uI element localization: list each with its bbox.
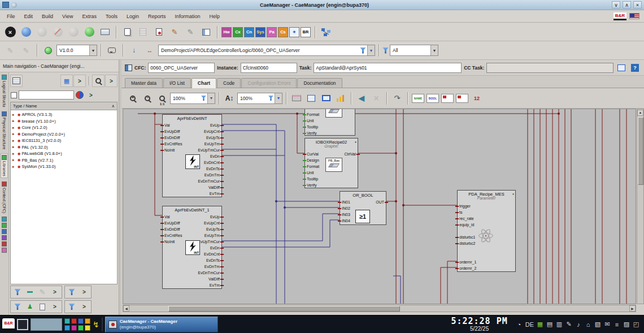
tray-icon[interactable]: ▥: [556, 321, 563, 328]
menu-item[interactable]: Help: [205, 12, 225, 21]
compare-button[interactable]: ↔: [142, 43, 157, 58]
pin-icon[interactable]: [11, 2, 17, 8]
block-pin[interactable]: [458, 228, 477, 234]
filter-checkbox[interactable]: [11, 92, 17, 98]
block-pin[interactable]: EvUpTmCur: [197, 239, 221, 245]
module-icon[interactable]: BR: [301, 27, 311, 37]
scope-select[interactable]: All ▼: [390, 45, 438, 56]
expander-icon[interactable]: ▸: [12, 165, 16, 169]
launcher-icon[interactable]: [85, 318, 90, 324]
block-pin[interactable]: EvUpTm: [197, 141, 221, 147]
block-pin[interactable]: Tooltip: [306, 124, 320, 130]
sort-ascending-icon[interactable]: ∧: [112, 103, 115, 109]
expander-icon[interactable]: ▸: [12, 152, 16, 156]
show-types-button[interactable]: BOOL: [426, 92, 440, 105]
tray-icon[interactable]: ◰: [633, 321, 639, 328]
block-pin[interactable]: Val: [163, 214, 183, 220]
start-button[interactable]: [82, 25, 97, 40]
menu-item[interactable]: View: [58, 12, 77, 21]
function-block[interactable]: IOBOXRecipe02* Graphic CurValDesignForma…: [304, 138, 358, 188]
chevron-down-icon[interactable]: ▼: [275, 93, 282, 103]
energy-icon[interactable]: ↯: [93, 320, 99, 329]
menu-item[interactable]: Edit: [20, 12, 38, 21]
close-project-button[interactable]: ×: [3, 25, 18, 40]
taskbar-window-button[interactable]: CaeManager - CaeManager (engin@bupa370): [105, 317, 218, 332]
launcher-icon[interactable]: [64, 318, 70, 324]
window-titlebar[interactable]: CaeManager - CaeManager (engin@bupa370) …: [0, 0, 644, 10]
task-input[interactable]: [314, 63, 462, 73]
chevron-down-icon[interactable]: ▼: [89, 45, 97, 55]
menu-item[interactable]: Tools: [101, 12, 122, 21]
block-pin[interactable]: EvUpDiff: [163, 128, 183, 135]
scroll-up-button[interactable]: ▲: [637, 110, 643, 116]
upload-button[interactable]: [34, 25, 49, 40]
chart-canvas[interactable]: AprFbEvDetINT ValEvUpDiffEvDnDiffEvCntRe…: [123, 109, 636, 304]
block-pin[interactable]: EvCntRes: [163, 141, 183, 147]
sign-button[interactable]: ✎: [167, 25, 182, 40]
block-pin[interactable]: EvTm: [197, 191, 221, 197]
tray-icon[interactable]: ⌂: [585, 321, 591, 328]
cc-task-input[interactable]: [486, 63, 613, 73]
tree-item[interactable]: ▸ ◆ PB_Bas (V2.7.1): [11, 157, 117, 164]
block-pin[interactable]: disturbc1: [458, 234, 477, 240]
chevron-down-icon[interactable]: ▼: [207, 93, 215, 103]
project-path-select[interactable]: DemoProject/APROLEdgeController/Logic/00…: [158, 45, 375, 56]
tree-item[interactable]: ▸ ◆ Core (V1.2.0): [11, 124, 117, 131]
panel-button[interactable]: [199, 25, 214, 40]
show-pin-numbers-button[interactable]: 12: [470, 92, 484, 105]
comment-button[interactable]: [105, 43, 119, 58]
module-icon[interactable]: Pa: [267, 27, 277, 37]
tree-item[interactable]: ▸ ◆ brease (V1.10.0+): [11, 118, 117, 125]
launcher-icon[interactable]: [71, 318, 77, 324]
display-button[interactable]: [319, 92, 333, 105]
copy-button[interactable]: [120, 25, 134, 40]
name-filter-go-button[interactable]: >: [79, 301, 90, 312]
function-block[interactable]: AprFbEvDetINT_1 ValEvUpDiffEvDnDiffEvCnt…: [162, 206, 222, 289]
category-icon[interactable]: [2, 235, 7, 240]
tree-item[interactable]: ▸ ◆ PAL (V1.32.0): [11, 144, 117, 151]
tray-icon[interactable]: ▦: [537, 321, 543, 328]
tray-icon[interactable]: ▨: [623, 321, 630, 328]
block-pin[interactable]: EvDnDiff: [163, 226, 183, 232]
module-icon[interactable]: Sys: [255, 27, 266, 37]
tray-icon[interactable]: ✎: [565, 321, 572, 328]
vertical-scrollbar[interactable]: ▲ ▼: [637, 109, 644, 304]
editor-tab[interactable]: Code: [217, 78, 241, 88]
block-pin[interactable]: OUT: [375, 199, 385, 205]
block-pin[interactable]: EvDnTmCur: [197, 270, 221, 276]
block-pin[interactable]: EvDnCnt: [197, 251, 221, 257]
block-pin[interactable]: EvUpTs: [197, 226, 221, 232]
menu-item[interactable]: Login: [122, 12, 143, 21]
module-icon[interactable]: Cn: [244, 27, 254, 37]
block-pin[interactable]: [458, 253, 477, 259]
tree-view-button[interactable]: ▦: [60, 75, 73, 87]
function-block[interactable]: AprFbEvDetINT ValEvUpDiffEvDnDiffEvCntRe…: [162, 114, 222, 197]
go-button[interactable]: >: [85, 90, 97, 101]
launcher-icon[interactable]: [78, 325, 84, 331]
collapse-button[interactable]: [24, 287, 36, 297]
block-pin[interactable]: Format: [306, 163, 320, 170]
block-pin[interactable]: ValDiff: [197, 276, 221, 282]
view-mode-button[interactable]: [10, 75, 23, 87]
show-values-button[interactable]: [441, 92, 454, 105]
tray-icon[interactable]: ≡: [613, 321, 620, 328]
tray-icon[interactable]: ♪: [575, 321, 582, 328]
block-pin[interactable]: IN01: [341, 199, 351, 205]
tray-icon[interactable]: ◔: [516, 321, 523, 328]
close-button[interactable]: ×: [633, 1, 642, 8]
function-block[interactable]: FormatUnitTooltipVerify PB_Bas: [304, 109, 355, 136]
block-pin[interactable]: EvDnTmCur: [197, 178, 221, 184]
editor-tab[interactable]: Master data: [125, 78, 163, 88]
maximize-button[interactable]: ∧: [623, 1, 631, 8]
block-pin[interactable]: Unit: [306, 118, 320, 124]
block-pin[interactable]: Tooltip: [306, 176, 320, 182]
block-pin[interactable]: NoInit: [163, 239, 183, 245]
launcher-icon[interactable]: [71, 325, 77, 331]
block-pin[interactable]: EvUpTs: [197, 135, 221, 141]
block-pin[interactable]: rec_rate: [458, 215, 477, 222]
detach-editor-button[interactable]: [616, 62, 627, 73]
launcher-icon[interactable]: [85, 325, 90, 331]
function-block[interactable]: OR_BOOL IN01IN02IN03IN04OUT ≥1: [340, 191, 386, 225]
abort-button[interactable]: [50, 25, 65, 40]
module-icon[interactable]: Cx: [233, 27, 243, 37]
